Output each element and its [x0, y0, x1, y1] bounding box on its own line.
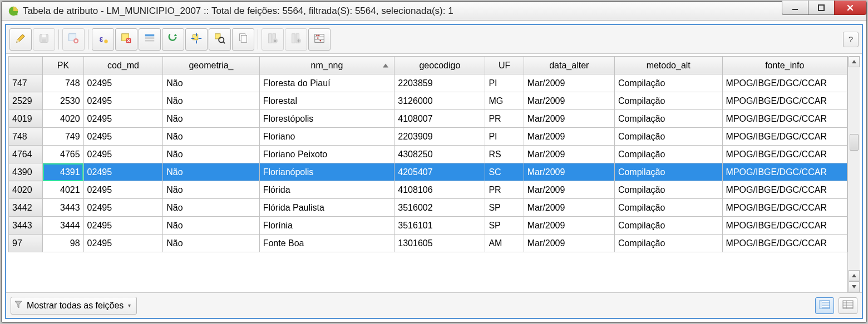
metodo-alt-cell[interactable]: Compilação	[614, 181, 722, 199]
table-scroll[interactable]: PK cod_md geometria_ nm_nng geocodigo UF…	[8, 56, 847, 292]
metodo-alt-cell[interactable]: Compilação	[614, 163, 722, 181]
geocodigo-cell[interactable]: 4108106	[394, 181, 485, 199]
fonte-info-cell[interactable]: MPOG/IBGE/DGC/CCAR	[722, 110, 847, 128]
scroll-track[interactable]	[850, 67, 859, 270]
metodo-alt-cell[interactable]: Compilação	[614, 74, 722, 92]
minimize-button[interactable]	[782, 1, 808, 15]
table-row[interactable]: 74874902495NãoFloriano2203909PIMar/2009C…	[9, 128, 847, 146]
geometria-cell[interactable]: Não	[163, 163, 259, 181]
table-row[interactable]: 2529253002495NãoFlorestal3126000MGMar/20…	[9, 92, 847, 110]
titlebar[interactable]: Tabela de atributo - LM_MUNICIPIO_2007 :…	[2, 2, 866, 21]
scroll-lineup-icon[interactable]	[849, 270, 860, 281]
cod-md-cell[interactable]: 02495	[83, 92, 163, 110]
pk-cell[interactable]: 4391	[43, 163, 83, 181]
uf-cell[interactable]: PI	[485, 74, 524, 92]
nm-nng-cell[interactable]: Florestópolis	[259, 110, 394, 128]
uf-cell[interactable]: SC	[485, 163, 524, 181]
table-row[interactable]: 4390439102495NãoFlorianópolis4205407SCMa…	[9, 163, 847, 181]
copy-rows-button[interactable]	[232, 28, 254, 51]
help-button[interactable]: ?	[843, 32, 859, 47]
cod-md-cell[interactable]: 02495	[83, 110, 163, 128]
geocodigo-cell[interactable]: 4205407	[394, 163, 485, 181]
cod-md-cell[interactable]: 02495	[83, 128, 163, 146]
table-row[interactable]: 4764476502495NãoFloriano Peixoto4308250R…	[9, 146, 847, 163]
row-index-cell[interactable]: 4019	[9, 110, 43, 128]
pk-cell[interactable]: 3443	[43, 199, 83, 217]
row-index-cell[interactable]: 2529	[9, 92, 43, 110]
scroll-thumb[interactable]	[850, 134, 859, 151]
form-view-button[interactable]	[839, 297, 857, 314]
table-row[interactable]: 3442344302495NãoFlórida Paulista3516002S…	[9, 199, 847, 217]
row-index-cell[interactable]: 97	[9, 235, 43, 252]
pk-cell[interactable]: 98	[43, 235, 83, 252]
cod-md-cell[interactable]: 02495	[83, 163, 163, 181]
geometria-cell[interactable]: Não	[163, 74, 259, 92]
geometria-cell[interactable]: Não	[163, 92, 259, 110]
vertical-scrollbar[interactable]	[847, 56, 860, 292]
geocodigo-cell[interactable]: 2203909	[394, 128, 485, 146]
geometria-cell[interactable]: Não	[163, 110, 259, 128]
nm-nng-cell[interactable]: Florianópolis	[259, 163, 394, 181]
geometria-cell[interactable]: Não	[163, 217, 259, 235]
pk-cell[interactable]: 749	[43, 128, 83, 146]
nm-nng-cell[interactable]: Floriano	[259, 128, 394, 146]
geocodigo-cell[interactable]: 2203859	[394, 74, 485, 92]
col-metodo-alt[interactable]: metodo_alt	[614, 57, 722, 74]
invert-selection-button[interactable]	[162, 28, 184, 51]
data-alter-cell[interactable]: Mar/2009	[524, 74, 614, 92]
data-alter-cell[interactable]: Mar/2009	[524, 217, 614, 235]
geometria-cell[interactable]: Não	[163, 181, 259, 199]
zoom-to-selected-button[interactable]	[209, 28, 231, 51]
geocodigo-cell[interactable]: 3516101	[394, 217, 485, 235]
nm-nng-cell[interactable]: Florestal	[259, 92, 394, 110]
col-cod-md[interactable]: cod_md	[83, 57, 163, 74]
table-row[interactable]: 4020402102495NãoFlórida4108106PRMar/2009…	[9, 181, 847, 199]
uf-cell[interactable]: SP	[485, 217, 524, 235]
data-alter-cell[interactable]: Mar/2009	[524, 110, 614, 128]
save-edits-button[interactable]	[33, 28, 55, 51]
table-row[interactable]: 4019402002495NãoFlorestópolis4108007PRMa…	[9, 110, 847, 128]
row-index-cell[interactable]: 4764	[9, 146, 43, 163]
new-field-button[interactable]	[285, 28, 307, 51]
maximize-button[interactable]	[808, 1, 835, 15]
col-uf[interactable]: UF	[485, 57, 524, 74]
row-index-cell[interactable]: 4020	[9, 181, 43, 199]
geocodigo-cell[interactable]: 3126000	[394, 92, 485, 110]
geometria-cell[interactable]: Não	[163, 199, 259, 217]
col-geocodigo[interactable]: geocodigo	[394, 57, 485, 74]
geocodigo-cell[interactable]: 4308250	[394, 146, 485, 163]
metodo-alt-cell[interactable]: Compilação	[614, 128, 722, 146]
uf-cell[interactable]: SP	[485, 199, 524, 217]
pk-cell[interactable]: 2530	[43, 92, 83, 110]
nm-nng-cell[interactable]: Floriano Peixoto	[259, 146, 394, 163]
uf-cell[interactable]: PR	[485, 110, 524, 128]
cod-md-cell[interactable]: 02495	[83, 181, 163, 199]
fonte-info-cell[interactable]: MPOG/IBGE/DGC/CCAR	[722, 217, 847, 235]
metodo-alt-cell[interactable]: Compilação	[614, 199, 722, 217]
data-alter-cell[interactable]: Mar/2009	[524, 235, 614, 252]
metodo-alt-cell[interactable]: Compilação	[614, 92, 722, 110]
delete-selected-button[interactable]	[62, 28, 85, 51]
data-alter-cell[interactable]: Mar/2009	[524, 163, 614, 181]
nm-nng-cell[interactable]: Floresta do Piauí	[259, 74, 394, 92]
close-button[interactable]	[834, 1, 866, 15]
geometria-cell[interactable]: Não	[163, 128, 259, 146]
nm-nng-cell[interactable]: Flórida	[259, 181, 394, 199]
row-index-cell[interactable]: 748	[9, 128, 43, 146]
fonte-info-cell[interactable]: MPOG/IBGE/DGC/CCAR	[722, 92, 847, 110]
field-calculator-button[interactable]	[308, 28, 331, 51]
pk-cell[interactable]: 748	[43, 74, 83, 92]
col-nm-nng[interactable]: nm_nng	[259, 57, 394, 74]
uf-cell[interactable]: PR	[485, 181, 524, 199]
col-rowindex[interactable]	[9, 57, 43, 74]
metodo-alt-cell[interactable]: Compilação	[614, 146, 722, 163]
geocodigo-cell[interactable]: 1301605	[394, 235, 485, 252]
select-by-expression-button[interactable]: ε	[92, 28, 114, 51]
delete-field-button[interactable]	[262, 28, 284, 51]
cod-md-cell[interactable]: 02495	[83, 235, 163, 252]
row-index-cell[interactable]: 3443	[9, 217, 43, 235]
cod-md-cell[interactable]: 02495	[83, 217, 163, 235]
data-alter-cell[interactable]: Mar/2009	[524, 128, 614, 146]
pk-cell[interactable]: 4765	[43, 146, 83, 163]
row-index-cell[interactable]: 747	[9, 74, 43, 92]
